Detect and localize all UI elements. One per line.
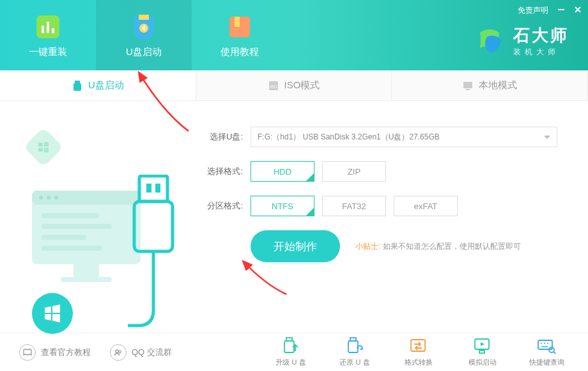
nav-label: U盘启动 bbox=[126, 46, 162, 58]
action-label: 模拟启动 bbox=[468, 358, 497, 367]
svg-rect-6 bbox=[52, 28, 54, 33]
brand-subtitle: 装机大师 bbox=[513, 47, 569, 58]
disk-select[interactable]: F:G:（hd1） USB SanDisk 3.2Gen1（U盘）27.65GB bbox=[251, 127, 557, 147]
svg-rect-12 bbox=[74, 83, 81, 91]
partition-option-ntfs[interactable]: NTFS bbox=[251, 196, 314, 216]
link-label: QQ 交流群 bbox=[132, 347, 172, 358]
usb-plug-icon bbox=[128, 175, 179, 328]
partition-label: 分区格式: bbox=[198, 200, 243, 212]
convert-icon bbox=[409, 337, 428, 355]
close-button[interactable] bbox=[574, 6, 582, 15]
format-option-zip[interactable]: ZIP bbox=[322, 161, 386, 182]
svg-point-51 bbox=[549, 347, 554, 352]
svg-rect-42 bbox=[348, 341, 358, 352]
disk-label: 选择U盘: bbox=[198, 131, 243, 143]
svg-rect-33 bbox=[146, 184, 151, 193]
tip-text: 小贴士: 如果不知道怎么配置，使用默认配置即可 bbox=[355, 241, 521, 252]
action-label: 还原 U 盘 bbox=[339, 358, 369, 367]
start-button[interactable]: 开始制作 bbox=[251, 230, 340, 262]
svg-rect-17 bbox=[38, 143, 43, 146]
tab-usb-boot[interactable]: U盘启动 bbox=[0, 70, 196, 100]
svg-rect-5 bbox=[47, 22, 49, 33]
svg-rect-31 bbox=[61, 277, 112, 282]
tab-label: U盘启动 bbox=[88, 79, 124, 91]
tab-local-mode[interactable]: 本地模式 bbox=[392, 70, 588, 100]
svg-rect-4 bbox=[42, 26, 44, 33]
restore-usb-action[interactable]: 还原 U 盘 bbox=[332, 337, 377, 367]
nav-reinstall[interactable]: 一键重装 bbox=[0, 0, 96, 70]
usb-shield-icon bbox=[130, 13, 158, 41]
tip-content: 如果不知道怎么配置，使用默认配置即可 bbox=[383, 242, 521, 251]
main: 选择U盘: F:G:（hd1） USB SanDisk 3.2Gen1（U盘）2… bbox=[0, 101, 588, 333]
svg-rect-19 bbox=[38, 148, 43, 152]
svg-point-25 bbox=[54, 196, 58, 200]
book-open-icon bbox=[19, 344, 36, 361]
chevron-down-icon bbox=[544, 136, 550, 142]
format-option-hdd[interactable]: HDD bbox=[251, 161, 314, 182]
partition-option-fat32[interactable]: FAT32 bbox=[322, 196, 386, 216]
usb-icon bbox=[72, 80, 83, 91]
bars-icon bbox=[34, 13, 62, 41]
usb-refresh-icon bbox=[345, 337, 364, 355]
illustration bbox=[0, 101, 192, 333]
format-convert-action[interactable]: 格式转换 bbox=[396, 337, 441, 367]
svg-rect-11 bbox=[75, 81, 80, 83]
disclaimer-link[interactable]: 免责声明 bbox=[518, 5, 548, 16]
action-label: 升级 U 盘 bbox=[275, 358, 306, 367]
partition-option-exfat[interactable]: exFAT bbox=[394, 196, 458, 216]
iso-icon: ISO bbox=[268, 80, 279, 91]
link-label: 查看官方教程 bbox=[41, 347, 91, 358]
keyboard-search-icon bbox=[537, 337, 556, 355]
svg-point-24 bbox=[47, 196, 50, 200]
svg-rect-43 bbox=[411, 340, 425, 351]
monitor-play-icon bbox=[473, 337, 492, 355]
svg-point-23 bbox=[39, 196, 43, 200]
usb-up-icon bbox=[281, 337, 300, 355]
svg-rect-18 bbox=[44, 142, 49, 146]
footer: 查看官方教程 QQ 交流群 升级 U 盘 还原 U 盘 格式转换 模拟启动 快捷… bbox=[0, 333, 588, 371]
brand: 石大师 装机大师 bbox=[474, 24, 569, 58]
svg-rect-7 bbox=[139, 15, 149, 20]
tab-label: 本地模式 bbox=[479, 79, 517, 91]
svg-rect-26 bbox=[42, 213, 99, 218]
tab-label: ISO模式 bbox=[284, 79, 320, 91]
svg-point-37 bbox=[116, 349, 118, 352]
tutorial-link[interactable]: 查看官方教程 bbox=[19, 344, 91, 361]
simulate-boot-action[interactable]: 模拟启动 bbox=[460, 337, 505, 367]
svg-rect-16 bbox=[466, 89, 470, 90]
format-label: 选择格式: bbox=[198, 166, 243, 177]
svg-rect-20 bbox=[44, 148, 49, 152]
hotkey-lookup-action[interactable]: 快捷键查询 bbox=[524, 337, 569, 367]
svg-rect-45 bbox=[479, 351, 484, 353]
nav-label: 使用教程 bbox=[220, 46, 259, 58]
brand-title: 石大师 bbox=[513, 24, 569, 47]
svg-rect-27 bbox=[42, 224, 112, 229]
monitor-icon bbox=[462, 80, 474, 91]
topbar: 免责声明 bbox=[518, 5, 582, 16]
svg-text:ISO: ISO bbox=[270, 84, 278, 89]
svg-rect-29 bbox=[42, 246, 102, 251]
disk-value: F:G:（hd1） USB SanDisk 3.2Gen1（U盘）27.65GB bbox=[258, 132, 440, 143]
action-label: 快捷键查询 bbox=[529, 358, 564, 367]
form: 选择U盘: F:G:（hd1） USB SanDisk 3.2Gen1（U盘）2… bbox=[192, 101, 588, 333]
header: 免责声明 一键重装 U盘启动 使用教程 石大师 装机大师 bbox=[0, 0, 588, 70]
nav-usb-boot[interactable]: U盘启动 bbox=[96, 0, 192, 70]
svg-rect-34 bbox=[155, 184, 160, 193]
svg-line-52 bbox=[553, 352, 555, 354]
svg-rect-32 bbox=[139, 176, 167, 201]
upgrade-usb-action[interactable]: 升级 U 盘 bbox=[268, 337, 313, 367]
brand-logo-icon bbox=[474, 25, 506, 57]
svg-rect-28 bbox=[42, 235, 86, 240]
book-icon bbox=[226, 13, 254, 41]
minimize-button[interactable] bbox=[557, 6, 565, 15]
tab-iso-mode[interactable]: ISO ISO模式 bbox=[196, 70, 392, 100]
users-icon bbox=[110, 344, 127, 361]
tabs: U盘启动 ISO ISO模式 本地模式 bbox=[0, 70, 588, 101]
nav-label: 一键重装 bbox=[29, 46, 67, 58]
action-label: 格式转换 bbox=[405, 358, 433, 367]
svg-rect-15 bbox=[463, 82, 472, 88]
qq-group-link[interactable]: QQ 交流群 bbox=[110, 344, 172, 361]
windows-circle-icon bbox=[32, 293, 73, 334]
nav-tutorial[interactable]: 使用教程 bbox=[192, 0, 288, 70]
windows-tile-icon bbox=[24, 127, 63, 167]
